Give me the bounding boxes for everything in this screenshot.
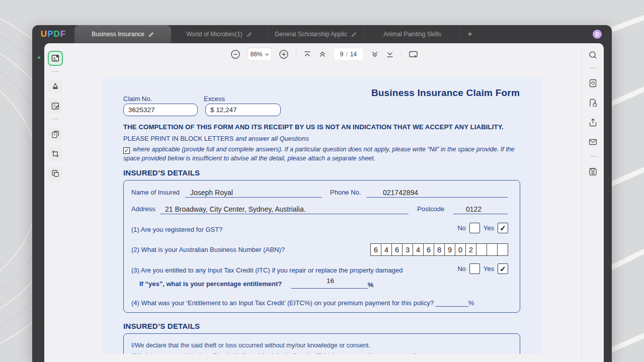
declaration-line: I/We declare that the said theft or loss… xyxy=(131,342,370,349)
convert-button[interactable] xyxy=(48,166,62,180)
double-chevron-up-icon xyxy=(318,50,327,58)
abn-cell[interactable]: 3 xyxy=(402,243,413,256)
go-to-bottom-icon xyxy=(386,50,394,58)
tab-label: Business Insurance xyxy=(92,31,144,38)
edit-pdf-button[interactable] xyxy=(48,99,62,113)
zoom-out-button[interactable] xyxy=(230,49,240,59)
declaration-box: I/We declare that the said theft or loss… xyxy=(123,333,520,354)
q3-no-checkbox[interactable] xyxy=(469,263,480,274)
page-total: 14 xyxy=(350,51,357,58)
abn-cell[interactable]: 8 xyxy=(434,243,445,256)
toolbar-divider xyxy=(401,51,401,58)
share-button[interactable] xyxy=(586,115,600,129)
edit-tab-icon[interactable] xyxy=(351,32,357,37)
sidebar-divider xyxy=(590,67,597,68)
previous-page-button[interactable] xyxy=(318,50,327,58)
postcode-label: Postcode xyxy=(417,205,444,213)
active-tool-indicator-dot xyxy=(38,56,40,59)
claim-no-label: Claim No. xyxy=(123,95,152,103)
reader-mode-button[interactable] xyxy=(48,51,62,65)
abn-cell[interactable] xyxy=(476,243,487,256)
abn-cell[interactable]: 6 xyxy=(391,243,403,256)
share-icon xyxy=(588,118,598,127)
abn-digit-grid[interactable]: 6 4 6 3 4 6 8 9 0 2 xyxy=(370,243,508,256)
q3-percentage-field[interactable]: 16 _____________________% xyxy=(291,280,373,289)
q1-yes-checkbox[interactable]: ✓ xyxy=(498,223,508,233)
abn-cell[interactable]: 9 xyxy=(444,243,455,256)
claim-no-input[interactable]: 3625327 xyxy=(123,104,198,116)
slideshow-icon xyxy=(409,50,418,59)
next-page-button[interactable] xyxy=(371,50,379,58)
user-avatar[interactable]: D xyxy=(593,30,602,39)
answer-questions-notice: and answer all Questions xyxy=(233,135,309,142)
edit-tab-icon[interactable] xyxy=(148,32,154,37)
abn-cell[interactable] xyxy=(487,243,498,256)
updf-logo: UPDF xyxy=(32,25,74,43)
tab-business-insurance[interactable]: Business Insurance xyxy=(74,25,171,43)
q3-text: (3) Are you entitled to any Input Tax Cr… xyxy=(131,266,403,274)
phone-no-field[interactable]: 021742894 xyxy=(366,180,508,198)
q3-percent-sign: % xyxy=(368,281,374,289)
abn-cell[interactable]: 2 xyxy=(465,243,476,256)
q4-question: (4) What was your ‘Entitlement to an Inp… xyxy=(131,299,434,307)
new-tab-button[interactable]: + xyxy=(461,25,479,43)
crop-pages-icon xyxy=(51,149,60,158)
name-of-insured-field[interactable]: Joseph Royal xyxy=(185,180,322,198)
zoom-in-button[interactable] xyxy=(279,49,289,59)
tab-label: General Scholarship Applic xyxy=(275,31,347,38)
comment-tool-button[interactable] xyxy=(48,79,62,94)
convert-icon xyxy=(51,169,60,178)
crop-pages-button[interactable] xyxy=(48,147,62,161)
phone-no-label: Phone No. xyxy=(330,189,361,196)
abn-cell[interactable] xyxy=(497,243,508,256)
zoom-out-icon xyxy=(230,49,240,59)
save-button[interactable] xyxy=(586,164,600,178)
edit-tab-icon[interactable] xyxy=(247,32,252,37)
tab-animal-painting[interactable]: Animal Painting Skills xyxy=(364,25,461,43)
toolbar-divider xyxy=(296,51,296,58)
abn-cell[interactable]: 4 xyxy=(413,243,424,256)
slideshow-button[interactable] xyxy=(409,50,418,59)
excess-input[interactable]: $ 12,247 xyxy=(205,104,281,116)
app-window: UPDF Business Insurance World of Microbe… xyxy=(32,25,612,362)
name-of-insured-label: Name of Insured xyxy=(131,189,180,196)
pdf-page: Business Insurance Claim Form Claim No. … xyxy=(102,77,542,354)
abn-cell[interactable]: 0 xyxy=(455,243,466,256)
postcode-field[interactable]: 0122 xyxy=(453,197,508,214)
address-field[interactable]: 21 Broadway, City Center, Sydney, Austri… xyxy=(160,197,409,214)
search-button[interactable] xyxy=(586,48,600,62)
q3-percentage-value: 16 xyxy=(327,277,334,285)
tab-world-of-microbes[interactable]: World of Microbes(1) xyxy=(171,25,268,43)
q4-underscore-line[interactable]: _________ xyxy=(436,299,468,307)
email-button[interactable] xyxy=(586,135,600,149)
go-to-top-icon xyxy=(303,50,311,58)
tab-strip: Business Insurance World of Microbes(1) … xyxy=(74,25,479,43)
instructions-checkbox[interactable]: ✓ xyxy=(123,147,130,154)
pdf-viewport[interactable]: Business Insurance Claim Form Claim No. … xyxy=(66,65,582,362)
email-icon xyxy=(588,137,598,147)
document-refresh-button[interactable] xyxy=(586,76,600,90)
abn-cell[interactable]: 6 xyxy=(370,243,381,256)
section-heading-declaration: INSURED’S DETAILS xyxy=(123,322,200,330)
page-indicator[interactable]: 9 / 14 xyxy=(334,48,364,61)
instructions-text: where applicable (provide full and compl… xyxy=(123,146,515,162)
abn-cell[interactable]: 4 xyxy=(381,243,392,256)
document-lock-icon xyxy=(588,98,598,108)
zoom-level-value: 86% xyxy=(250,51,262,58)
instructions-paragraph: ✓where applicable (provide full and comp… xyxy=(123,145,517,163)
content-area: 86% 9 / 14 xyxy=(44,43,604,362)
q1-no-checkbox[interactable] xyxy=(469,223,480,233)
abn-cell[interactable]: 6 xyxy=(423,243,434,256)
organize-pages-button[interactable] xyxy=(48,127,62,141)
highlighter-icon xyxy=(51,82,60,91)
form-title: Business Insurance Claim Form xyxy=(371,87,520,99)
q3-no-label: No xyxy=(457,265,466,273)
tab-general-scholarship[interactable]: General Scholarship Applic xyxy=(268,25,364,43)
zoom-level-select[interactable]: 86% xyxy=(248,48,272,61)
sidebar-divider xyxy=(52,119,59,120)
protect-document-button[interactable] xyxy=(586,96,600,110)
q3-yes-checkbox[interactable]: ✓ xyxy=(498,263,508,274)
last-page-button[interactable] xyxy=(386,50,394,58)
q1-text: (1) Are you registered for GST? xyxy=(131,226,222,233)
first-page-button[interactable] xyxy=(303,50,311,58)
